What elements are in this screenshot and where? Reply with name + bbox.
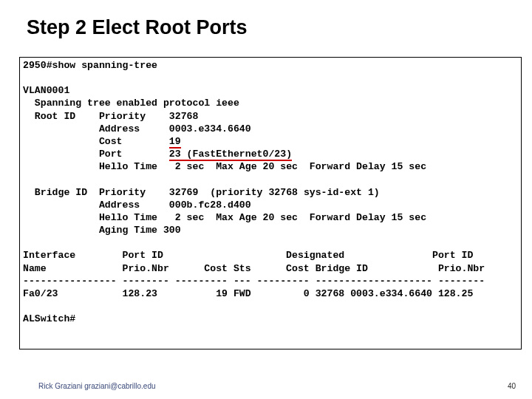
bridge-address-label: Address xyxy=(23,200,169,211)
root-hello-label: Hello Time xyxy=(23,161,175,172)
root-address-label: Address xyxy=(23,123,169,134)
end-prompt: ALSwitch# xyxy=(23,313,75,324)
root-port-label: Port xyxy=(23,149,169,160)
vlan-line: VLAN0001 xyxy=(23,85,69,96)
table-dashes: ---------------- -------- --------- --- … xyxy=(23,276,485,287)
root-cost-label: Cost xyxy=(23,136,169,147)
footer-author: Rick Graziani graziani@cabrillo.edu xyxy=(38,382,156,390)
root-id-label: Root ID xyxy=(23,111,99,122)
root-port-value: 23 (FastEthernet0/23) xyxy=(169,149,292,161)
slide-title: Step 2 Elect Root Ports xyxy=(27,16,248,39)
bridge-id-label: Bridge ID xyxy=(23,187,99,198)
bridge-hello-label: Hello Time xyxy=(23,212,175,223)
root-address-value: 0003.e334.6640 xyxy=(169,123,251,134)
root-hello-value: 2 sec Max Age 20 sec Forward Delay 15 se… xyxy=(175,161,426,172)
bridge-aging-line: Aging Time 300 xyxy=(23,225,181,236)
root-cost-value: 19 xyxy=(169,136,181,149)
root-priority-label: Priority xyxy=(99,111,169,122)
cmd-line: 2950#show spanning-tree xyxy=(23,60,157,71)
bridge-hello-value: 2 sec Max Age 20 sec Forward Delay 15 se… xyxy=(175,212,426,223)
spanning-line: Spanning tree enabled protocol ieee xyxy=(23,98,239,109)
table-header-2: Name Prio.Nbr Cost Sts Cost Bridge ID Pr… xyxy=(23,263,485,274)
table-header-1: Interface Port ID Designated Port ID xyxy=(23,250,473,261)
bridge-priority-value: 32769 (priority 32768 sys-id-ext 1) xyxy=(169,187,380,198)
table-row: Fa0/23 128.23 19 FWD 0 32768 0003.e334.6… xyxy=(23,288,473,299)
bridge-priority-label: Priority xyxy=(99,187,169,198)
root-priority-value: 32768 xyxy=(169,111,199,122)
terminal-output: 2950#show spanning-tree VLAN0001 Spannin… xyxy=(19,57,522,349)
page-number: 40 xyxy=(508,382,516,390)
bridge-address-value: 000b.fc28.d400 xyxy=(169,200,251,211)
